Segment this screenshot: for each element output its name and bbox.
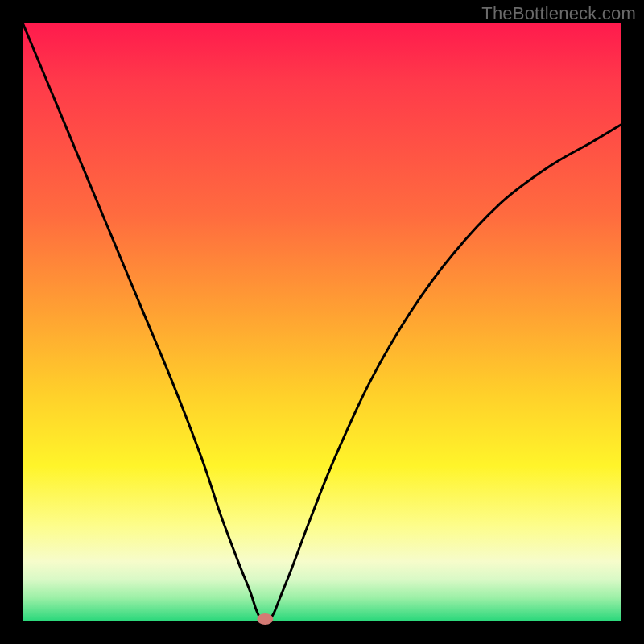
bottleneck-curve — [23, 23, 621, 623]
plot-frame — [23, 23, 621, 621]
curve-layer — [23, 23, 621, 621]
optimum-marker — [257, 613, 273, 625]
watermark-text: TheBottleneck.com — [481, 3, 636, 24]
